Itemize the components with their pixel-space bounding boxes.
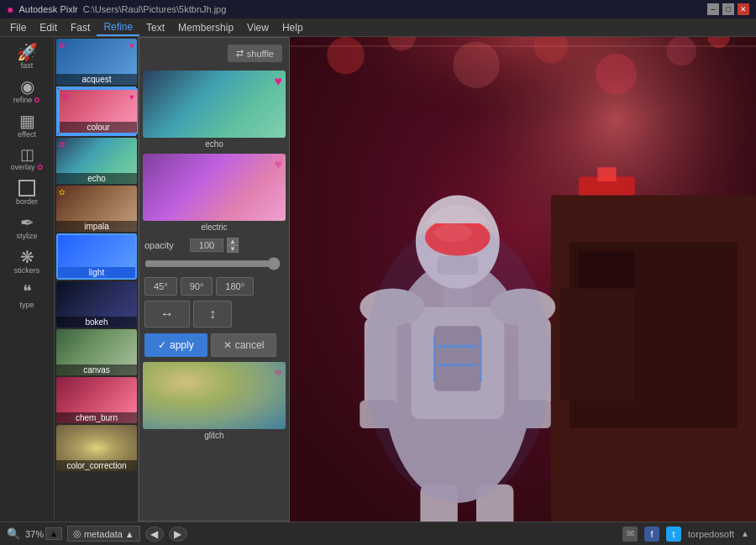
opacity-up[interactable]: ▲ xyxy=(227,238,239,245)
tool-effect[interactable]: ▦ effect xyxy=(2,109,52,142)
filter-impala[interactable]: ✿ impala xyxy=(56,186,136,232)
border-icon xyxy=(18,180,35,197)
next-button[interactable]: ▶ xyxy=(169,527,187,542)
menu-view[interactable]: View xyxy=(240,20,276,35)
opacity-slider[interactable] xyxy=(144,257,281,270)
checkmark-icon: ✓ xyxy=(158,339,166,351)
swatch-echo[interactable]: ♥ echo xyxy=(143,71,286,150)
filter-chem-burn[interactable]: chem_burn xyxy=(56,377,136,423)
menu-file[interactable]: File xyxy=(3,20,33,35)
opacity-down[interactable]: ▼ xyxy=(227,245,239,253)
color-picker-popup: ⇄ shuffle ♥ echo ♥ electric opacity ▲ ▼ xyxy=(139,37,290,521)
filter-canvas-label: canvas xyxy=(56,364,137,375)
tool-overlay[interactable]: ◫ overlay ✿ xyxy=(2,144,52,175)
tool-stylize[interactable]: ✒ stylize xyxy=(2,211,52,244)
degree-buttons: 45° 90° 180° xyxy=(139,275,289,298)
maximize-button[interactable]: □ xyxy=(722,3,734,15)
degree-90-button[interactable]: 90° xyxy=(181,277,213,296)
x-icon: ✕ xyxy=(223,339,232,351)
cancel-label: cancel xyxy=(235,339,265,351)
zoom-value: 37% xyxy=(25,529,44,539)
facebook-icon[interactable]: f xyxy=(644,527,659,542)
canvas-image xyxy=(290,37,756,521)
swatch-electric[interactable]: ♥ electric xyxy=(143,154,286,233)
degree-45-button[interactable]: 45° xyxy=(144,277,177,296)
stylize-icon: ✒ xyxy=(20,214,34,231)
filter-acquest-heart[interactable]: ♥ xyxy=(129,41,134,50)
tool-effect-label: effect xyxy=(18,130,36,139)
apply-button[interactable]: ✓ apply xyxy=(144,333,207,357)
prev-button[interactable]: ◀ xyxy=(145,527,164,542)
filter-bokeh[interactable]: bokeh xyxy=(56,281,136,328)
menu-text[interactable]: Text xyxy=(139,20,171,35)
degree-180-button[interactable]: 180° xyxy=(216,277,254,296)
cancel-button[interactable]: ✕ cancel xyxy=(211,333,277,357)
flip-vertical-button[interactable]: ↕ xyxy=(193,301,232,328)
opacity-label: opacity xyxy=(144,240,186,250)
search-icon: 🔍 xyxy=(7,527,20,540)
menu-membership[interactable]: Membership xyxy=(171,20,240,35)
filter-echo[interactable]: ✿ echo xyxy=(56,138,136,184)
app-title: Autodesk Pixlr xyxy=(18,4,77,14)
menu-fast[interactable]: Fast xyxy=(64,20,97,35)
opacity-control: opacity ▲ ▼ xyxy=(139,235,289,255)
minimize-button[interactable]: – xyxy=(707,3,719,15)
metadata-label: metadata xyxy=(84,529,123,539)
tool-stylize-label: stylize xyxy=(16,232,37,240)
filter-colour-heart[interactable]: ♥ xyxy=(129,92,134,102)
tool-border[interactable]: border xyxy=(2,176,52,209)
swatch-glitch-label: glitch xyxy=(143,429,286,442)
filter-colour-label: colour xyxy=(60,122,137,133)
swatch-electric-heart[interactable]: ♥ xyxy=(275,157,283,172)
filter-canvas[interactable]: canvas xyxy=(56,329,136,375)
menu-edit[interactable]: Edit xyxy=(33,20,64,35)
flip-horizontal-button[interactable]: ↔ xyxy=(144,301,190,328)
tool-border-label: border xyxy=(16,197,38,206)
filter-echo-petal: ✿ xyxy=(59,140,66,149)
menu-refine[interactable]: Refine xyxy=(97,19,139,36)
swatch-glitch-heart[interactable]: ♥ xyxy=(275,365,283,380)
shuffle-icon: ⇄ xyxy=(236,48,244,59)
filter-impala-petal: ✿ xyxy=(59,188,66,197)
swatch-glitch-gradient[interactable]: ♥ xyxy=(143,362,286,429)
opacity-input[interactable] xyxy=(190,238,223,252)
tool-fast[interactable]: 🚀 fast xyxy=(2,40,52,73)
file-path: C:\Users\Raul\Pictures\5ktbnJh.jpg xyxy=(83,4,227,14)
flip-buttons: ↔ ↕ xyxy=(139,298,289,330)
filter-color-correction[interactable]: color_correction xyxy=(56,425,136,471)
close-button[interactable]: ✕ xyxy=(738,3,749,15)
shuffle-button[interactable]: ⇄ shuffle xyxy=(228,45,282,62)
twitter-icon[interactable]: t xyxy=(666,527,681,542)
opacity-slider-container xyxy=(139,255,289,275)
filter-light[interactable]: light xyxy=(56,233,136,280)
stickers-icon: ❋ xyxy=(20,249,34,265)
tool-stickers[interactable]: ❋ stickers xyxy=(2,245,52,278)
metadata-button[interactable]: ◎ metadata ▲ xyxy=(67,526,140,542)
filter-chem-label: chem_burn xyxy=(56,412,137,423)
tool-type-label: type xyxy=(19,301,34,309)
canvas-background xyxy=(290,37,756,521)
overlay-icon: ◫ xyxy=(20,147,34,162)
filter-colour-petal: ✿ xyxy=(62,92,69,101)
statusbar-right: ✉ f t torpedosoft ▲ xyxy=(622,527,749,542)
zoom-up-button[interactable]: ▲ xyxy=(45,527,62,540)
action-buttons: ✓ apply ✕ cancel xyxy=(139,330,289,360)
brand-arrow[interactable]: ▲ xyxy=(741,529,749,538)
filter-colour[interactable]: ♥ ✿ colour xyxy=(56,86,136,136)
svg-point-38 xyxy=(365,223,551,503)
app-logo: ● xyxy=(7,3,13,16)
tools-sidebar: 🚀 fast ◉ refine ✿ ▦ effect ◫ overlay ✿ b… xyxy=(0,37,55,521)
filter-acquest[interactable]: ♥ ✿ acquest xyxy=(56,39,136,85)
swatch-echo-gradient[interactable]: ♥ xyxy=(143,71,286,138)
tool-type[interactable]: ❝ type xyxy=(2,280,52,312)
titlebar-left: ● Autodesk Pixlr C:\Users\Raul\Pictures\… xyxy=(7,3,226,16)
menu-help[interactable]: Help xyxy=(276,20,310,35)
brand-label: torpedosoft xyxy=(688,529,734,539)
tool-refine[interactable]: ◉ refine ✿ xyxy=(2,75,52,107)
swatch-electric-gradient[interactable]: ♥ xyxy=(143,154,286,221)
swatch-echo-heart[interactable]: ♥ xyxy=(275,74,283,89)
tool-stickers-label: stickers xyxy=(14,266,40,275)
tool-overlay-label: overlay ✿ xyxy=(10,163,43,171)
email-icon[interactable]: ✉ xyxy=(622,527,638,542)
swatch-glitch[interactable]: ♥ glitch xyxy=(143,362,286,442)
